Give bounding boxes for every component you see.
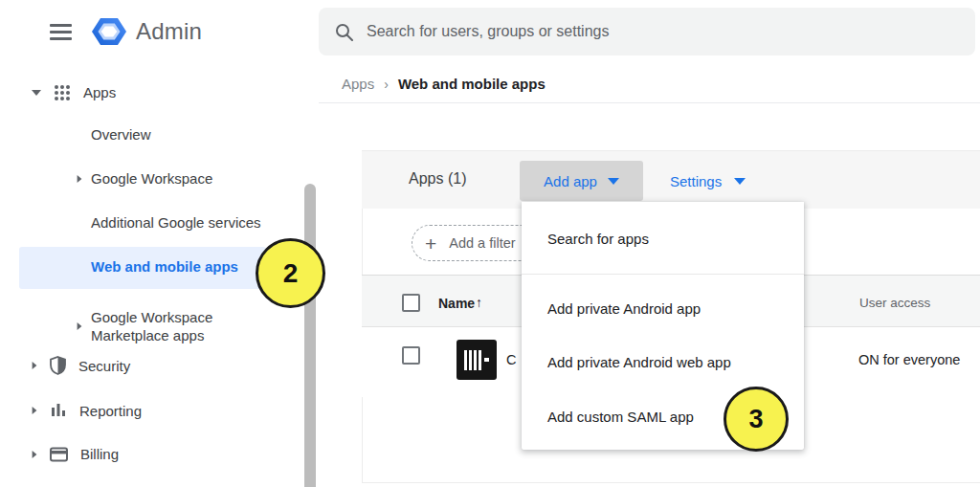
- chevron-right-icon: [33, 451, 37, 458]
- sidebar-item-apps[interactable]: Apps: [32, 84, 116, 100]
- row-app-name[interactable]: C: [506, 352, 516, 367]
- admin-logo[interactable]: Admin: [92, 16, 202, 47]
- sidebar-item-reporting[interactable]: Reporting: [32, 402, 142, 419]
- admin-console-screen: Admin Search for users, groups or settin…: [0, 0, 980, 487]
- breadcrumb-parent[interactable]: Apps: [342, 76, 374, 92]
- column-header-name[interactable]: Name: [438, 296, 475, 311]
- sidebar-item-label: Apps: [83, 84, 116, 100]
- breadcrumb-separator-icon: ›: [384, 77, 389, 92]
- app-logo-icon: [457, 340, 497, 380]
- sidebar-item-label: Additional Google services: [91, 214, 261, 231]
- plus-icon: +: [425, 233, 436, 254]
- menu-item-add-private-android-app[interactable]: Add private Android app: [522, 297, 804, 321]
- menu-item-search-for-apps[interactable]: Search for apps: [522, 227, 804, 252]
- breadcrumb-current: Web and mobile apps: [398, 76, 546, 92]
- sidebar-item-label: Overview: [91, 126, 151, 143]
- sidebar-item-label: Google Workspace Marketplace apps: [91, 308, 236, 344]
- sidebar-item-security[interactable]: Security: [32, 356, 130, 375]
- sidebar-item-label: Google Workspace: [91, 170, 212, 187]
- breadcrumb: Apps › Web and mobile apps: [342, 76, 546, 92]
- settings-button[interactable]: Settings: [670, 161, 746, 201]
- menu-item-add-private-android-web-app[interactable]: Add private Android web app: [522, 350, 804, 375]
- breadcrumb-divider: [319, 102, 980, 103]
- select-all-checkbox[interactable]: [402, 294, 420, 312]
- settings-button-label: Settings: [670, 173, 722, 189]
- sidebar-item-label: Billing: [80, 446, 119, 462]
- sidebar-item-marketplace-apps[interactable]: Google Workspace Marketplace apps: [77, 308, 236, 344]
- annotation-step-2: 2: [256, 238, 325, 308]
- sidebar-item-label: Web and mobile apps: [91, 258, 238, 275]
- row-user-access: ON for everyone: [858, 352, 960, 367]
- chevron-right-icon: [33, 362, 37, 369]
- sidebar-item-label: Security: [78, 358, 130, 374]
- add-app-button-label: Add app: [544, 173, 597, 189]
- add-filter-label: Add a filter: [449, 235, 515, 251]
- sidebar-item-web-and-mobile-apps[interactable]: Web and mobile apps: [91, 258, 238, 275]
- hamburger-menu-icon[interactable]: [50, 24, 72, 40]
- content-bottom-border: [362, 482, 980, 483]
- sidebar-item-billing[interactable]: Billing: [32, 446, 119, 462]
- search-placeholder: Search for users, groups or settings: [367, 23, 609, 40]
- add-app-button[interactable]: Add app: [520, 161, 643, 201]
- bar-chart-icon: [50, 402, 67, 419]
- search-icon: [335, 23, 353, 41]
- chevron-down-icon: [608, 178, 619, 185]
- sidebar-item-google-workspace[interactable]: Google Workspace: [77, 170, 212, 187]
- search-input[interactable]: Search for users, groups or settings: [319, 8, 975, 55]
- sidebar-item-label: Reporting: [79, 403, 142, 419]
- row-checkbox[interactable]: [402, 346, 420, 365]
- apps-count-title: Apps (1): [409, 170, 466, 188]
- chevron-down-icon: [734, 178, 746, 185]
- admin-hexagon-icon: [92, 16, 126, 47]
- sidebar-scrollbar[interactable]: [304, 184, 316, 487]
- chevron-right-icon: [33, 407, 37, 414]
- sort-ascending-icon[interactable]: ↑: [476, 295, 482, 310]
- column-header-user-access[interactable]: User access: [859, 296, 930, 310]
- product-name: Admin: [136, 18, 202, 45]
- chevron-right-icon: [78, 322, 82, 330]
- chevron-down-icon: [32, 90, 41, 96]
- credit-card-icon: [50, 447, 68, 462]
- sidebar-item-overview[interactable]: Overview: [91, 126, 151, 143]
- shield-icon: [50, 356, 66, 375]
- menu-divider: [522, 274, 804, 275]
- annotation-step-3: 3: [724, 387, 789, 452]
- apps-grid-icon: [55, 85, 70, 100]
- chevron-right-icon: [78, 175, 82, 183]
- sidebar-item-additional-google-services[interactable]: Additional Google services: [91, 214, 261, 231]
